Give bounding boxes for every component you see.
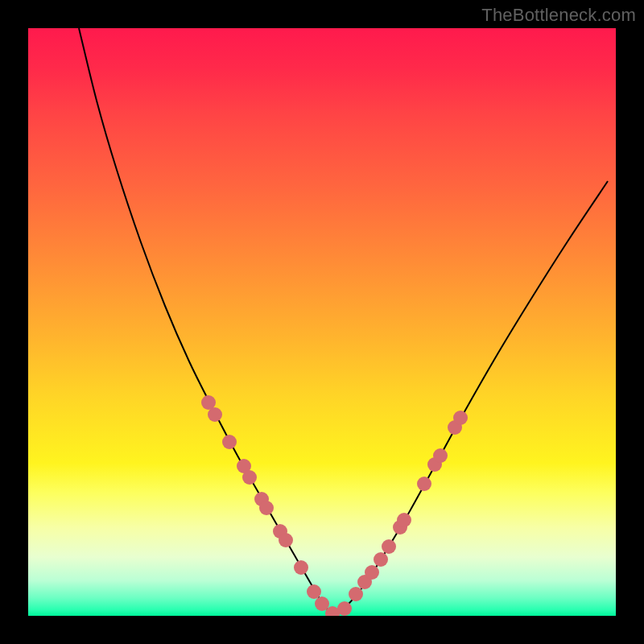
curve-marker [259,501,274,515]
curve-marker [208,407,222,422]
curve-marker [453,411,468,425]
curve-marker [374,552,388,567]
plot-area [28,28,616,616]
curve-marker [397,513,411,527]
curve-marker [382,539,396,554]
bottleneck-curve [79,28,608,614]
plot-svg [28,28,616,616]
curve-marker [294,560,308,575]
curve-marker [433,448,448,463]
curve-marker [222,435,237,449]
curve-marker [417,477,431,491]
watermark-text: TheBottleneck.com [481,5,636,26]
curve-markers [201,395,468,616]
curve-marker [337,601,352,616]
curve-marker [242,470,257,485]
chart-frame: TheBottleneck.com [0,0,644,644]
curve-marker [365,565,379,580]
curve-marker [349,587,363,601]
curve-marker [279,533,293,547]
curve-marker [307,584,321,599]
